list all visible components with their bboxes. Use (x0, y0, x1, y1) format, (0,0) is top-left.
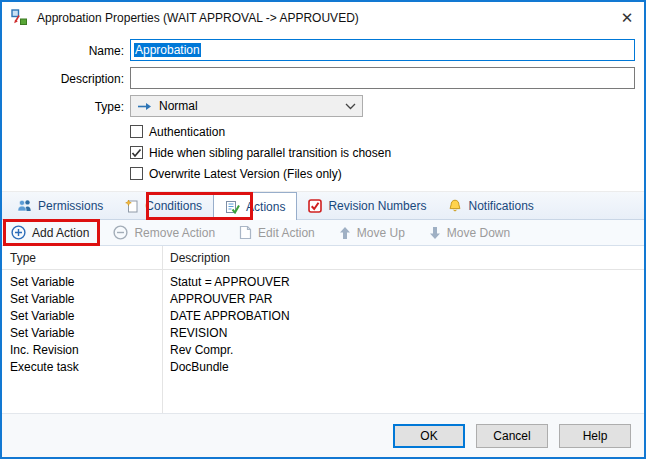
toolbar-label: Add Action (32, 226, 89, 240)
tab-actions[interactable]: Actions (213, 192, 297, 220)
edit-action-button[interactable]: Edit Action (239, 225, 315, 240)
cancel-label: Cancel (493, 429, 530, 443)
arrow-down-icon (429, 226, 441, 240)
table-header: Type Description (2, 246, 644, 270)
tab-label: Notifications (468, 199, 533, 213)
cell-description: DATE APPROBATION (162, 309, 290, 323)
toolbar-label: Remove Action (134, 226, 215, 240)
checkbox-label: Overwrite Latest Version (Files only) (149, 167, 342, 181)
help-button[interactable]: Help (559, 424, 631, 448)
tab-label: Conditions (145, 199, 202, 213)
cancel-button[interactable]: Cancel (476, 424, 548, 448)
tab-revision-numbers[interactable]: Revision Numbers (297, 192, 437, 219)
window-title: Approbation Properties (WAIT APPROVAL ->… (37, 11, 359, 25)
page-star-icon (125, 199, 139, 213)
cell-type: Inc. Revision (2, 343, 162, 357)
cell-description: APPROUVER PAR (162, 292, 272, 306)
cell-description: DocBundle (162, 360, 229, 374)
description-input[interactable] (130, 67, 635, 89)
button-bar: OK Cancel Help (2, 413, 644, 457)
name-value: Approbation (134, 43, 201, 57)
checkbox-unchecked-icon (130, 167, 143, 180)
plus-circle-icon (11, 225, 26, 240)
actions-toolbar: Add Action Remove Action Edit Action Mov… (2, 220, 644, 246)
checkbox-label: Hide when sibling parallel transition is… (149, 146, 391, 160)
people-icon (17, 199, 32, 212)
cell-description: Statut = APPROUVER (162, 275, 290, 289)
name-input[interactable]: Approbation (130, 39, 635, 61)
checkbox-hide-sibling[interactable]: Hide when sibling parallel transition is… (130, 145, 391, 160)
help-label: Help (583, 429, 608, 443)
toolbar-label: Move Up (357, 226, 405, 240)
toolbar-label: Move Down (447, 226, 510, 240)
checkbox-authentication[interactable]: Authentication (130, 124, 225, 139)
actions-table: Type Description Set Variable Statut = A… (2, 246, 644, 413)
cell-type: Execute task (2, 360, 162, 374)
approbation-properties-dialog: Approbation Properties (WAIT APPROVAL ->… (0, 0, 646, 459)
checkbox-label: Authentication (149, 125, 225, 139)
ok-button[interactable]: OK (393, 424, 465, 448)
arrow-up-icon (339, 226, 351, 240)
remove-action-button[interactable]: Remove Action (113, 225, 215, 240)
table-row[interactable]: Inc. Revision Rev Compr. (2, 341, 644, 358)
tab-notifications[interactable]: Notifications (437, 192, 544, 219)
normal-transition-arrow-icon (137, 102, 152, 111)
description-label: Description: (2, 72, 124, 86)
table-row[interactable]: Set Variable DATE APPROBATION (2, 307, 644, 324)
checkbox-overwrite-latest[interactable]: Overwrite Latest Version (Files only) (130, 166, 342, 181)
workflow-transition-icon (11, 9, 28, 26)
type-value: Normal (159, 99, 198, 113)
table-body: Set Variable Statut = APPROUVER Set Vari… (2, 270, 644, 375)
tab-permissions[interactable]: Permissions (6, 192, 114, 219)
tab-label: Revision Numbers (328, 199, 426, 213)
move-up-button[interactable]: Move Up (339, 226, 405, 240)
checkbox-unchecked-icon (130, 125, 143, 138)
checkbox-checked-icon (130, 146, 143, 159)
title-bar: Approbation Properties (WAIT APPROVAL ->… (2, 2, 644, 33)
page-check-icon (225, 200, 240, 214)
bell-icon (448, 199, 462, 213)
tab-conditions[interactable]: Conditions (114, 192, 213, 219)
table-row[interactable]: Set Variable REVISION (2, 324, 644, 341)
column-header-type: Type (2, 251, 162, 265)
type-dropdown[interactable]: Normal (130, 95, 363, 117)
cell-type: Set Variable (2, 292, 162, 306)
cell-type: Set Variable (2, 309, 162, 323)
type-label: Type: (2, 100, 124, 114)
column-divider (162, 246, 163, 413)
edit-page-icon (239, 225, 252, 240)
name-label: Name: (2, 44, 124, 58)
tab-label: Actions (246, 200, 285, 214)
tab-bar: Permissions Conditions Actions (2, 191, 644, 220)
cell-type: Set Variable (2, 275, 162, 289)
table-row[interactable]: Set Variable APPROUVER PAR (2, 290, 644, 307)
cell-type: Set Variable (2, 326, 162, 340)
close-button[interactable]: ✕ (610, 2, 644, 33)
tab-label: Permissions (38, 199, 103, 213)
add-action-button[interactable]: Add Action (11, 225, 89, 240)
table-row[interactable]: Set Variable Statut = APPROUVER (2, 273, 644, 290)
close-icon: ✕ (621, 9, 634, 27)
move-down-button[interactable]: Move Down (429, 226, 510, 240)
table-row[interactable]: Execute task DocBundle (2, 358, 644, 375)
chevron-down-icon (345, 103, 356, 110)
cell-description: Rev Compr. (162, 343, 233, 357)
cell-description: REVISION (162, 326, 227, 340)
column-header-description: Description (162, 251, 230, 265)
minus-circle-icon (113, 225, 128, 240)
ok-label: OK (420, 429, 437, 443)
red-check-icon (308, 199, 322, 213)
toolbar-label: Edit Action (258, 226, 315, 240)
